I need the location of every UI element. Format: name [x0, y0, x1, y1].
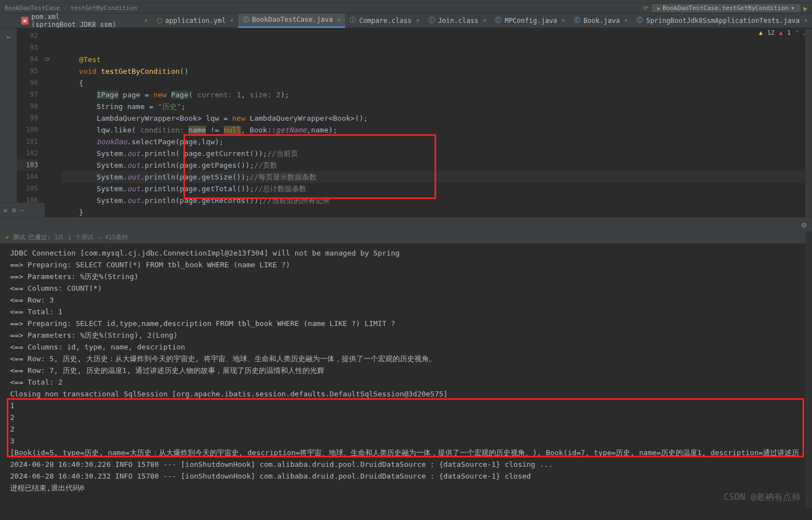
string: "历史"	[158, 102, 181, 111]
java-icon: Ⓒ	[243, 15, 249, 25]
txt: );	[280, 91, 289, 99]
minus-icon[interactable]: —	[20, 206, 24, 214]
console-line: 2024-06-28 16:40:30.226 INFO 15780 --- […	[10, 458, 802, 470]
console-line: 1	[10, 400, 802, 412]
run-gutter: ⟳	[45, 28, 62, 217]
tab-label: BookDaoTestCase.java	[252, 16, 333, 23]
kw: new	[153, 91, 171, 99]
console-line: ==> Preparing: SELECT COUNT(*) FROM tbl_…	[10, 259, 802, 271]
console-line: 进程已结束,退出代码0	[10, 482, 802, 494]
console-line: <== Total: 1	[10, 306, 802, 318]
run-config-dropdown[interactable]: ▶ BookDaoTestCase.testGetByCondition ▾	[652, 4, 800, 12]
txt: .println(page.getSize());	[140, 173, 250, 181]
run-test-icon[interactable]: ⟳	[45, 56, 50, 63]
field: bookDao	[97, 138, 128, 146]
field: out	[127, 173, 140, 181]
close-icon[interactable]: ×	[144, 17, 148, 23]
close-icon[interactable]: ×	[337, 17, 341, 23]
maven-icon: m	[21, 17, 29, 25]
txt: ()	[180, 67, 188, 75]
txt: LambdaQueryWrapper<Book> lqw =	[97, 114, 233, 122]
tab-bookdao[interactable]: ⒸBookDaoTestCase.java×	[238, 13, 346, 28]
tab-label: Compare.class	[359, 17, 412, 25]
txt: .println(page.getTotal());	[140, 185, 254, 193]
run-config-label: BookDaoTestCase.testGetByCondition	[663, 4, 789, 12]
console-scrollbar[interactable]	[805, 231, 812, 508]
close-icon[interactable]: ×	[804, 17, 808, 23]
txt: .println( page.getCurrent());	[140, 149, 267, 158]
kw: null	[224, 126, 241, 134]
breadcrumb-sep: ›	[63, 4, 67, 12]
editor-tabs: mpom.xml (springBoot_JDK8_ssm)× ⬡applica…	[0, 13, 812, 28]
tab-mpconfig[interactable]: ⒸMPConfig.java×	[490, 13, 569, 28]
tab-label: pom.xml (springBoot_JDK8_ssm)	[31, 13, 140, 29]
check-icon: ✔	[6, 234, 10, 241]
comment: //当前页的所有记录	[263, 196, 330, 205]
run-icon: ▶	[657, 5, 660, 11]
console-line: ==> Parameters: %历史%(String)	[10, 271, 802, 282]
type: Page	[171, 91, 188, 99]
txt: .println(page.getPages());	[140, 161, 254, 169]
tab-apptests[interactable]: ⒸSpringBootJdk8SsmApplicationTests.java×	[632, 13, 812, 28]
tab-pom[interactable]: mpom.xml (springBoot_JDK8_ssm)×	[17, 13, 152, 28]
chevron-down-icon: ▾	[791, 4, 795, 12]
console-line: <== Columns: id, type, name, description	[10, 341, 802, 353]
comment: //每页显示数据条数	[250, 173, 317, 181]
editor-area: ▲12 ▲1 ⌃ ⌄ ↤ 929394959697989910010110210…	[0, 28, 812, 217]
indent-icon[interactable]: ⇄	[3, 206, 7, 214]
method-ref: getName	[276, 126, 307, 134]
close-icon[interactable]: ×	[483, 17, 486, 23]
close-icon[interactable]: ×	[230, 17, 234, 23]
close-icon[interactable]: ×	[416, 17, 419, 23]
watermark: CSDN @老衲有点帅	[724, 491, 801, 503]
brace: {	[79, 79, 83, 87]
brace: }	[79, 208, 83, 216]
run-config[interactable]: ⟳ ▶ BookDaoTestCase.testGetByCondition ▾…	[643, 4, 808, 12]
back-icon[interactable]: ↤	[3, 31, 14, 42]
param: condition:	[140, 126, 188, 134]
console-line: ==> Parameters: %历史%(String), 2(Long)	[10, 329, 802, 341]
console-line: 2024-06-28 16:40:30.232 INFO 15780 --- […	[10, 470, 802, 482]
breadcrumb: BookDaoTestCase › testGetByCondition ⟳ ▶…	[0, 3, 812, 13]
var: name	[188, 126, 206, 134]
code-content[interactable]: @Test void testGetByCondition() { IPage …	[62, 28, 812, 217]
type: IPage	[97, 91, 119, 99]
java-icon: Ⓒ	[574, 16, 580, 25]
console-line: <== Row: 3	[10, 294, 802, 306]
tab-yml[interactable]: ⬡application.yml×	[152, 13, 238, 28]
comment: //当前页	[267, 149, 298, 158]
close-icon[interactable]: ×	[561, 17, 565, 23]
console-output[interactable]: JDBC Connection [com.mysql.cj.jdbc.Conne…	[0, 244, 812, 520]
tab-compare[interactable]: ⒾCompare.class×	[345, 13, 424, 28]
breadcrumb-item[interactable]: BookDaoTestCase	[4, 4, 60, 12]
txt: !=	[206, 126, 223, 134]
class-icon: Ⓘ	[428, 16, 435, 25]
annotation: @Test	[79, 55, 101, 64]
console-line: [Book(id=5, type=历史, name=大历史：从大爆炸到今天的宇宙…	[10, 447, 802, 458]
txt: ;	[181, 102, 186, 111]
tab-label: MPConfig.java	[504, 17, 557, 25]
run-button[interactable]: ▶	[804, 4, 808, 12]
txt: .println(page.getRecords());	[140, 196, 263, 205]
left-gutter: ↤	[0, 28, 17, 217]
sync-icon[interactable]: ⟳	[643, 4, 648, 12]
tab-label: application.yml	[165, 17, 225, 25]
gear-icon[interactable]: ⚙	[12, 206, 16, 214]
txt: System.	[97, 196, 128, 205]
tab-join[interactable]: ⒾJoin.class×	[424, 13, 490, 28]
txt: LambdaQueryWrapper<Book>();	[250, 114, 368, 122]
tab-book[interactable]: ⒸBook.java×	[569, 13, 632, 28]
field: out	[127, 161, 140, 169]
param: current:	[197, 91, 237, 99]
txt: (	[188, 91, 197, 99]
class-icon: Ⓘ	[350, 16, 356, 25]
editor-scrollbar[interactable]	[805, 29, 812, 217]
console-line: <== Row: 5, 历史, 大历史：从大爆炸到今天的宇宙史, 将宇宙、地球、…	[10, 353, 802, 365]
breadcrumb-item[interactable]: testGetByCondition	[70, 4, 137, 12]
console-line: Closing non transactional SqlSession [or…	[10, 388, 802, 400]
comment: //总计数据条数	[254, 185, 306, 193]
console-line: <== Total: 2	[10, 376, 802, 388]
close-icon[interactable]: ×	[624, 17, 627, 23]
code-editor[interactable]: 9293949596979899100101102103104105106 ⟳ …	[17, 28, 812, 217]
field: out	[127, 185, 140, 193]
